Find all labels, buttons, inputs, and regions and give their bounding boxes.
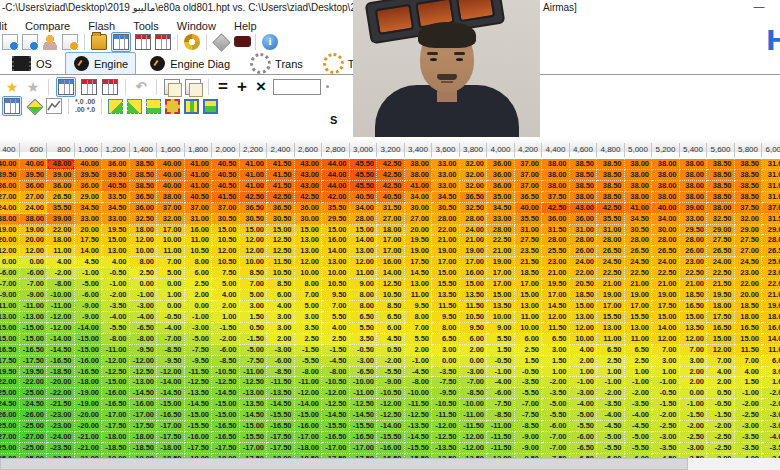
lamp-pane	[456, 0, 496, 22]
vcm-editor-window: -C:\Users\ziad\Desktop\2019 ماليبو\e80a …	[0, 0, 780, 470]
paste-icon[interactable]	[185, 79, 201, 95]
table-view-selected[interactable]	[111, 32, 131, 52]
tab-label: OS	[36, 58, 52, 70]
decimals-icon[interactable]: *.0 .00.00 *.0	[75, 98, 95, 114]
map-copy-icon[interactable]	[108, 99, 123, 114]
view-toolbar: *.0 .00.00 *.0	[2, 97, 218, 115]
table-view-icon	[113, 34, 129, 50]
separator	[156, 79, 157, 95]
gauge-icon	[150, 56, 165, 71]
table-row: -27.00-27.00-24.00-21.00-18.00-18.00-17.…	[0, 425, 780, 436]
favorite-star-gray-icon[interactable]: ★	[25, 79, 41, 95]
table-row: -26.00-26.00-23.00-20.00-17.00-17.00-16.…	[0, 403, 780, 414]
map-title: S	[330, 114, 337, 126]
eye	[456, 58, 463, 61]
table-diff-icon[interactable]	[155, 34, 171, 50]
new-doc-icon[interactable]	[2, 34, 18, 50]
surface-view-icon[interactable]	[27, 99, 44, 116]
table-row: -9.00-9.00-10.00-6.00-2.00-1.001.002.004…	[0, 283, 780, 294]
operator-value-input[interactable]	[273, 79, 321, 95]
copy-icon[interactable]	[164, 79, 180, 95]
table-row: 39.5039.5039.0039.5039.5038.5040.0041.00…	[0, 163, 780, 174]
table-row: -24.50-24.50-21.50-19.00-16.50-16.00-15.…	[0, 392, 780, 403]
table-compare-icon[interactable]	[135, 34, 151, 50]
flash-write-icon[interactable]	[234, 36, 251, 47]
separator	[255, 34, 256, 50]
separator	[84, 34, 85, 50]
gear-icon	[323, 53, 344, 74]
clock-badge	[69, 41, 79, 51]
tab-trans[interactable]: Trans	[243, 51, 310, 76]
badge	[9, 41, 19, 51]
table-row: -22.00-22.00-20.00-18.00-15.00-13.00-14.…	[0, 370, 780, 381]
graph-view-icon[interactable]	[46, 98, 62, 114]
table-row: 0.000.004.004.504.008.007.008.0010.5010.…	[0, 250, 780, 261]
table-row: -15.00-15.00-14.00-15.00-8.00-8.00-7.00-…	[0, 327, 780, 338]
equals-operator[interactable]: =	[216, 78, 230, 96]
table-a-icon	[58, 79, 74, 95]
open-folder-icon[interactable]	[91, 34, 107, 50]
mustache	[437, 74, 457, 80]
gauge-icon	[74, 56, 89, 71]
gear-icon	[250, 53, 271, 74]
table-row: 20.0020.0018.0017.5015.0012.0010.0011.00…	[0, 228, 780, 239]
oschip-icon	[12, 56, 31, 71]
tab-engine-diag[interactable]: Engine Diag	[142, 53, 237, 74]
info-icon[interactable]: i	[262, 34, 278, 50]
flash-read-icon[interactable]	[212, 33, 230, 51]
column-header-row: 4006008001,0001,2001,4001,6001,8002,0002…	[0, 138, 780, 152]
separator	[208, 79, 209, 95]
tab-label: Engine Diag	[170, 58, 230, 70]
eyebrow	[454, 52, 465, 55]
map-paste-icon[interactable]	[127, 99, 142, 114]
person-hair	[418, 22, 476, 48]
table-row: 19.0019.0022.0020.0019.5018.0017.0016.00…	[0, 218, 780, 229]
table-row: -25.00-25.00-23.00-20.00-17.50-17.50-17.…	[0, 414, 780, 425]
map-lock-icon[interactable]	[165, 99, 180, 114]
table-ab-icon[interactable]	[102, 79, 118, 95]
mouth	[441, 81, 453, 83]
table-row: -25.00-25.00-23.50-21.00-19.00-19.00-18.…	[0, 447, 780, 458]
window-title-fragment: Airmas]	[543, 2, 577, 13]
tab-os[interactable]: OS	[4, 53, 59, 74]
table-b-icon[interactable]	[81, 79, 97, 95]
map-scale-icon[interactable]	[203, 99, 218, 114]
lamp-pane	[375, 4, 415, 35]
tab-label: Engine	[94, 58, 128, 70]
grid-view-selected[interactable]	[2, 96, 22, 116]
undo-icon[interactable]: ↶	[133, 79, 149, 95]
table-row: -16.50-16.50-14.50-15.00-11.00-9.50-8.50…	[0, 338, 780, 349]
scrollbar-thumb[interactable]	[0, 458, 688, 470]
dot	[326, 85, 329, 88]
separator	[48, 79, 49, 95]
separator	[125, 79, 126, 95]
compare-users-icon[interactable]	[42, 34, 58, 50]
badge	[29, 41, 39, 51]
table-row: -6.00-6.00-2.00-1.00-0.502.505.006.007.5…	[0, 261, 780, 272]
map-fill-icon[interactable]	[184, 99, 199, 114]
table-a-selected[interactable]	[56, 77, 76, 97]
separator	[177, 34, 178, 50]
separator	[68, 98, 69, 114]
separator	[101, 98, 102, 114]
table-row: -15.00-15.00-12.00-14.00-5.50-6.50-4.00-…	[0, 316, 780, 327]
log-file-icon[interactable]	[62, 34, 78, 50]
save-doc-icon[interactable]	[22, 34, 38, 50]
grid-view-icon	[4, 98, 20, 114]
table-row: -17.50-17.50-16.50-16.00-12.00-12.00-9.5…	[0, 349, 780, 360]
tab-engine[interactable]: Engine	[65, 52, 136, 75]
edit-toolbar: ★ ★ ↶ = + ×	[4, 77, 329, 96]
separator	[206, 34, 207, 50]
multiply-operator[interactable]: ×	[254, 78, 268, 96]
resync-icon[interactable]	[184, 34, 200, 50]
horizontal-scrollbar[interactable]	[0, 458, 780, 470]
favorite-star-icon[interactable]: ★	[4, 79, 20, 95]
table-row: -25.00-25.00-22.00-19.00-16.00-14.50-14.…	[0, 381, 780, 392]
hp-tuners-logo: H	[766, 26, 780, 56]
map-blend-icon[interactable]	[146, 99, 161, 114]
table-row: 27.0027.0026.5029.0033.5036.5038.0040.50…	[0, 185, 780, 196]
table-row: -19.50-19.50-18.50-16.50-12.50-12.50-12.…	[0, 360, 780, 371]
minimize-button[interactable]: —	[748, 0, 770, 12]
plus-operator[interactable]: +	[235, 78, 249, 96]
eye	[430, 58, 437, 61]
